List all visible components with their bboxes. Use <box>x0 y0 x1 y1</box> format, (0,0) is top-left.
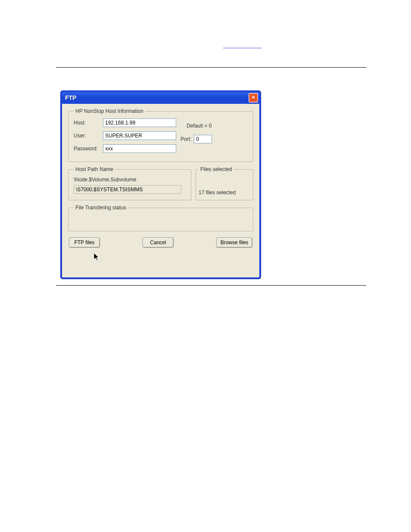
transfer-status-legend: File Transfering status <box>74 205 128 211</box>
port-input[interactable] <box>194 135 212 143</box>
browse-files-button[interactable]: Browse files <box>216 237 252 248</box>
ftp-files-button[interactable]: FTP files <box>69 237 100 248</box>
cancel-button[interactable]: Cancel <box>143 237 174 248</box>
user-label: User: <box>74 133 103 139</box>
dialog-content: HP NonStop Host Information Host: User: … <box>62 104 259 253</box>
password-label: Password: <box>74 146 103 152</box>
user-input[interactable] <box>103 131 176 140</box>
host-info-group: HP NonStop Host Information Host: User: … <box>68 108 253 162</box>
close-button[interactable]: × <box>249 93 258 103</box>
transfer-status-group: File Transfering status <box>68 205 253 231</box>
host-path-hint: \Node.$Volume.Subvolume <box>74 177 186 183</box>
files-selected-legend: Files selected <box>199 166 234 172</box>
button-row: FTP files Cancel Browse files <box>68 237 253 248</box>
header-link-underline <box>223 47 262 48</box>
bottom-rule <box>56 285 366 286</box>
files-selected-group: Files selected 17 files selected <box>196 166 253 200</box>
top-rule <box>56 67 366 68</box>
host-path-group: Host Path Name \Node.$Volume.Subvolume <box>68 166 191 200</box>
dialog-title: FTP <box>65 94 76 101</box>
default-label: Default = 0 <box>187 123 212 129</box>
host-input[interactable] <box>103 118 176 127</box>
host-label: Host: <box>74 120 103 126</box>
ftp-dialog: FTP × HP NonStop Host Information Host: … <box>60 90 261 279</box>
host-path-legend: Host Path Name <box>74 166 115 172</box>
host-path-input[interactable] <box>74 185 181 194</box>
titlebar: FTP × <box>62 92 260 104</box>
close-icon: × <box>252 94 255 100</box>
host-info-legend: HP NonStop Host Information <box>74 108 145 114</box>
port-label: Port: <box>181 136 191 142</box>
password-input[interactable] <box>103 144 176 153</box>
port-block: Port: <box>181 135 212 143</box>
files-selected-count: 17 files selected <box>199 190 250 196</box>
